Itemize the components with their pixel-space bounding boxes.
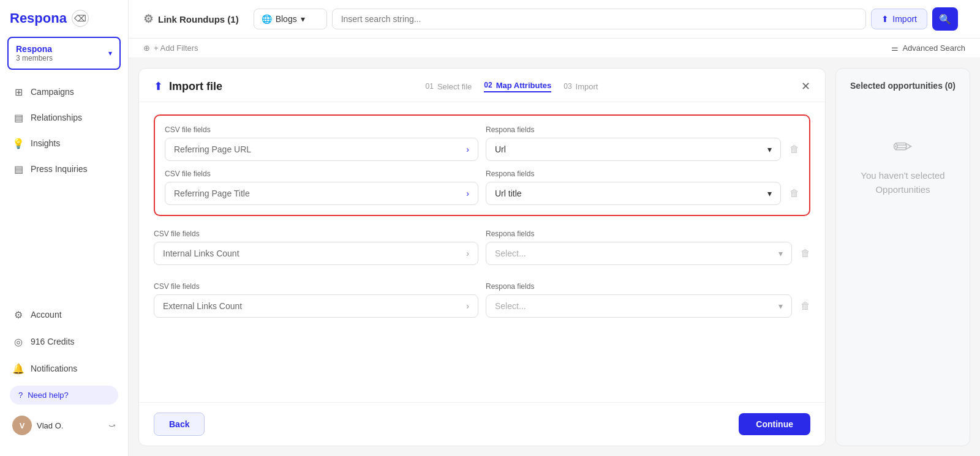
workspace-members: 3 members [16, 54, 53, 62]
step-1[interactable]: 01 Select file [426, 82, 472, 91]
type-select-label: Blogs [276, 14, 297, 24]
step-2[interactable]: 02 Map Attributes [484, 81, 551, 92]
step-3-num: 03 [564, 82, 571, 91]
sidebar-item-notifications[interactable]: 🔔 Notifications [5, 356, 123, 381]
csv-field-label-4: CSV file fields [154, 282, 478, 291]
modal-title-area: ⬆ Import file [154, 80, 222, 93]
relationships-icon: ▤ [12, 111, 24, 124]
notifications-icon: 🔔 [12, 362, 24, 375]
selected-opportunities-title: Selected opportunities (0) [850, 81, 956, 91]
empty-state-text: You haven't selected Opportunities [846, 169, 960, 196]
csv-field-label-3: CSV file fields [154, 230, 478, 238]
account-label: Account [31, 310, 62, 320]
import-modal: ⬆ Import file 01 Select file 02 Map Attr… [138, 68, 826, 446]
respona-field-select-1[interactable]: Url ▾ [486, 138, 781, 161]
modal-close-button[interactable]: ✕ [801, 80, 810, 93]
settings-gear-icon: ⚙ [143, 12, 153, 26]
sidebar-item-campaigns[interactable]: ⊞ Campaigns [5, 80, 123, 104]
insights-icon: 💡 [12, 137, 24, 149]
delete-mapping-3[interactable]: 🗑 [796, 248, 810, 259]
field-labels-row-1: CSV file fields Referring Page URL › Res… [165, 125, 799, 161]
csv-value-text-1: Referring Page URL [174, 144, 251, 154]
credits-icon: ◎ [12, 335, 24, 348]
mapping-row-3: CSV file fields Internal Links Count › R… [154, 230, 810, 265]
sidebar-item-label: Press Inquiries [31, 164, 88, 174]
step-3[interactable]: 03 Import [564, 82, 598, 91]
need-help-button[interactable]: ? Need help? [10, 386, 118, 405]
sidebar-item-label: Relationships [31, 113, 82, 122]
continue-button[interactable]: Continue [739, 413, 810, 435]
respona-col-3: Respona fields Select... ▾ 🗑 [486, 230, 810, 265]
chevron-down-icon: ▾ [108, 49, 112, 58]
credits-label: 916 Credits [31, 337, 75, 346]
back-navigation-button[interactable]: ⌫ [72, 10, 89, 27]
respona-field-label-2: Respona fields [486, 170, 799, 178]
field-labels-row-2: CSV file fields Referring Page Title › R… [165, 170, 799, 205]
csv-field-value-3[interactable]: Internal Links Count › [154, 242, 478, 265]
respona-col-1: Respona fields Url ▾ 🗑 [486, 125, 799, 161]
respona-field-select-4[interactable]: Select... ▾ [486, 294, 792, 318]
step-1-label: Select file [437, 82, 472, 91]
sidebar-item-label: Campaigns [31, 87, 74, 97]
avatar: V [12, 416, 32, 435]
respona-col-4: Respona fields Select... ▾ 🗑 [486, 282, 810, 318]
import-button[interactable]: ⬆ Import [871, 9, 927, 29]
advanced-search-button[interactable]: ⚌ Advanced Search [891, 43, 965, 53]
modal-title: Import file [169, 80, 222, 93]
modal-steps: 01 Select file 02 Map Attributes 03 Impo… [426, 81, 598, 92]
csv-value-text-3: Internal Links Count [163, 249, 239, 258]
delete-mapping-2[interactable]: 🗑 [785, 188, 799, 199]
logout-icon[interactable]: ⤻ [108, 420, 116, 430]
sidebar: Respona ⌫ Respona 3 members ▾ ⊞ Campaign… [0, 0, 129, 456]
type-select-chevron: ▾ [301, 14, 305, 24]
help-circle-icon: ? [18, 391, 23, 400]
type-select-icon: 🌐 [262, 14, 272, 24]
add-filters-label: + Add Filters [154, 43, 198, 53]
chevron-down-icon-4: ▾ [778, 301, 783, 311]
highlighted-mapping-group: CSV file fields Referring Page URL › Res… [154, 114, 810, 216]
import-label: Import [892, 14, 917, 24]
search-icon: 🔍 [939, 13, 951, 25]
sidebar-item-credits[interactable]: ◎ 916 Credits [5, 329, 123, 354]
account-gear-icon: ⚙ [12, 308, 24, 321]
csv-col-4: CSV file fields External Links Count › [154, 282, 478, 318]
csv-value-text-4: External Links Count [163, 301, 242, 311]
csv-arrow-icon-4: › [466, 301, 469, 311]
csv-field-value-4[interactable]: External Links Count › [154, 294, 478, 318]
mapping-row-3-container: CSV file fields Internal Links Count › R… [154, 226, 810, 269]
csv-field-value-1[interactable]: Referring Page URL › [165, 138, 478, 161]
sidebar-bottom: ⚙ Account ◎ 916 Credits 🔔 Notifications … [0, 297, 128, 446]
search-button[interactable]: 🔍 [932, 7, 958, 31]
chevron-down-icon-3: ▾ [778, 249, 783, 258]
sidebar-item-insights[interactable]: 💡 Insights [5, 131, 123, 155]
sidebar-item-press-inquiries[interactable]: ▤ Press Inquiries [5, 157, 123, 181]
sliders-icon: ⚌ [891, 43, 899, 53]
search-input[interactable] [332, 9, 867, 29]
right-panel: Selected opportunities (0) ✏ You haven't… [835, 68, 970, 446]
sidebar-item-relationships[interactable]: ▤ Relationships [5, 105, 123, 130]
sidebar-logo: Respona ⌫ [0, 10, 128, 37]
respona-field-select-3[interactable]: Select... ▾ [486, 242, 792, 265]
csv-field-label-2: CSV file fields [165, 170, 478, 178]
page-title: Link Roundups (1) [158, 14, 239, 24]
field-labels-row-4: CSV file fields External Links Count › R… [154, 282, 810, 318]
workspace-selector[interactable]: Respona 3 members ▾ [7, 37, 121, 70]
delete-mapping-4[interactable]: 🗑 [796, 301, 810, 312]
step-2-num: 02 [484, 81, 492, 89]
sidebar-item-account[interactable]: ⚙ Account [5, 302, 123, 327]
content-type-select[interactable]: 🌐 Blogs ▾ [254, 9, 327, 29]
import-upload-icon: ⬆ [154, 80, 163, 93]
page-title-row: ⚙ Link Roundups (1) [143, 12, 239, 26]
plus-icon: ⊕ [143, 43, 150, 53]
add-filters-button[interactable]: ⊕ + Add Filters [143, 43, 198, 53]
mapping-row-4: CSV file fields External Links Count › R… [154, 282, 810, 318]
csv-field-value-2[interactable]: Referring Page Title › [165, 182, 478, 205]
empty-state-icon: ✏ [893, 133, 913, 160]
modal-footer: Back Continue [139, 402, 825, 446]
user-profile-row[interactable]: V Vlad O. ⤻ [5, 409, 123, 441]
delete-mapping-1[interactable]: 🗑 [785, 144, 799, 155]
back-button[interactable]: Back [154, 413, 205, 436]
username: Vlad O. [37, 421, 63, 430]
respona-field-select-2[interactable]: Url title ▾ [486, 182, 781, 205]
respona-value-text-4: Select... [495, 301, 526, 311]
